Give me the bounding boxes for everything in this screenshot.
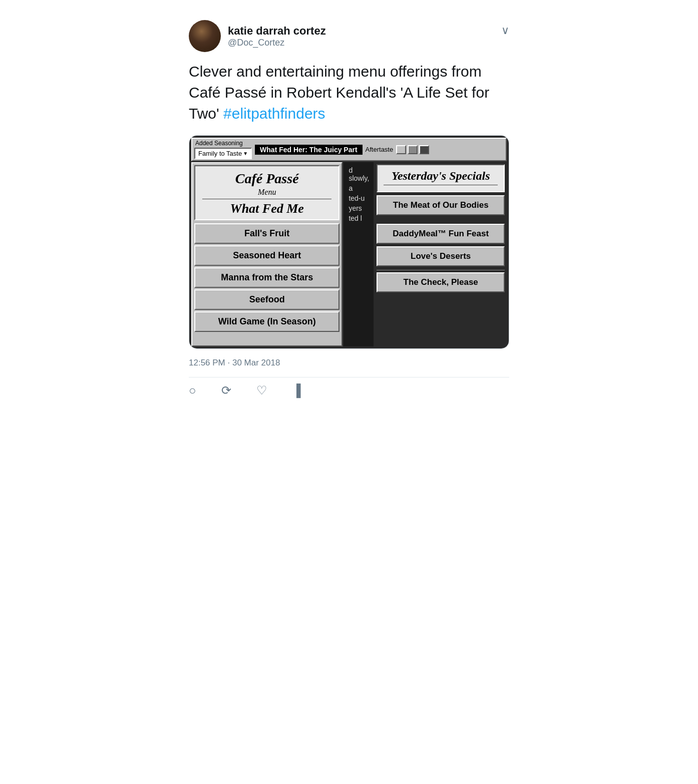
winbtn-3[interactable] [419,145,429,154]
retro-body: Café Passé Menu What Fed Me Fall's Fruit… [191,162,507,346]
tweet-header: katie darrah cortez @Doc_Cortez ∨ [189,20,509,52]
retweet-button[interactable]: ⟳ [221,384,231,397]
analytics-button[interactable]: ▐ [292,384,301,397]
dropdown-arrow-icon[interactable]: ▼ [243,151,248,156]
tweet-body: Clever and entertaining menu offerings f… [189,61,509,124]
cafe-name: Café Passé [235,171,299,186]
cafe-logo: Café Passé Menu What Fed Me [194,165,339,220]
right-divider [377,270,505,270]
chevron-down-icon[interactable]: ∨ [501,24,509,37]
cafe-title: Café Passé [202,171,331,187]
username: @Doc_Cortez [228,38,326,48]
right-panel: Yesterday's Specials The Meat of Our Bod… [375,162,507,346]
menu-item-seasoned-heart[interactable]: Seasoned Heart [194,245,339,266]
left-panel: Café Passé Menu What Fed Me Fall's Fruit… [191,162,342,346]
dark-text-2: a [345,183,372,193]
reply-icon: ○ [189,384,196,397]
aftertaste-label: Aftertaste [366,146,394,153]
added-seasoning-label: Added Seasoning [194,140,252,147]
tweet-actions: ○ ⟳ ♡ ▐ [189,377,509,397]
reply-button[interactable]: ○ [189,384,196,397]
display-name: katie darrah cortez [228,25,326,38]
retweet-icon: ⟳ [221,384,231,397]
analytics-icon: ▐ [292,384,301,397]
menu-item-wild-game[interactable]: Wild Game (In Season) [194,311,339,332]
middle-dark-panel: d slowly, a ted-u yers ted l [343,162,374,346]
menu-item-seefood[interactable]: Seefood [194,289,339,310]
menu-item-check[interactable]: The Check, Please [377,272,505,292]
dropdown-value: Family to Taste [198,150,242,157]
dropdown-widget[interactable]: Family to Taste ▼ [194,148,252,159]
specials-divider [384,185,498,185]
like-icon: ♡ [256,384,267,397]
center-title: What Fed Her: The Juicy Part [255,145,362,155]
avatar [189,20,221,52]
winbtn-1[interactable] [396,145,406,154]
cafe-whatfed: What Fed Me [202,201,331,216]
tweet-header-left: katie darrah cortez @Doc_Cortez [189,20,326,52]
cafe-divider [202,199,331,199]
specials-box: Yesterday's Specials [377,164,505,192]
user-info: katie darrah cortez @Doc_Cortez [228,25,326,48]
cafe-menu-label: Menu [202,188,331,197]
dark-text-4: yers [345,203,372,213]
menu-item-daddymeal[interactable]: DaddyMeal™ Fun Feast [377,224,505,244]
tweet-image: Added Seasoning Family to Taste ▼ What F… [189,135,509,349]
dark-text-1: d slowly, [345,165,372,183]
tweet-timestamp: 12:56 PM · 30 Mar 2018 [189,358,509,368]
retro-titlebar: Added Seasoning Family to Taste ▼ What F… [191,138,507,161]
winbtn-2[interactable] [408,145,418,154]
specials-title: Yesterday's Specials [384,169,498,183]
menu-item-meat[interactable]: The Meat of Our Bodies [377,195,505,215]
menu-item-falls-fruit[interactable]: Fall's Fruit [194,223,339,244]
dark-text-3: ted-u [345,193,372,203]
window-buttons [396,145,429,154]
retro-app: Added Seasoning Family to Taste ▼ What F… [189,136,509,348]
menu-item-manna[interactable]: Manna from the Stars [194,267,339,288]
menu-item-loves-deserts[interactable]: Love's Deserts [377,246,505,266]
tweet-hashtag[interactable]: #elitpathfinders [223,105,325,122]
like-button[interactable]: ♡ [256,384,267,397]
dark-text-5: ted l [345,213,372,223]
tweet-card: katie darrah cortez @Doc_Cortez ∨ Clever… [174,0,524,412]
